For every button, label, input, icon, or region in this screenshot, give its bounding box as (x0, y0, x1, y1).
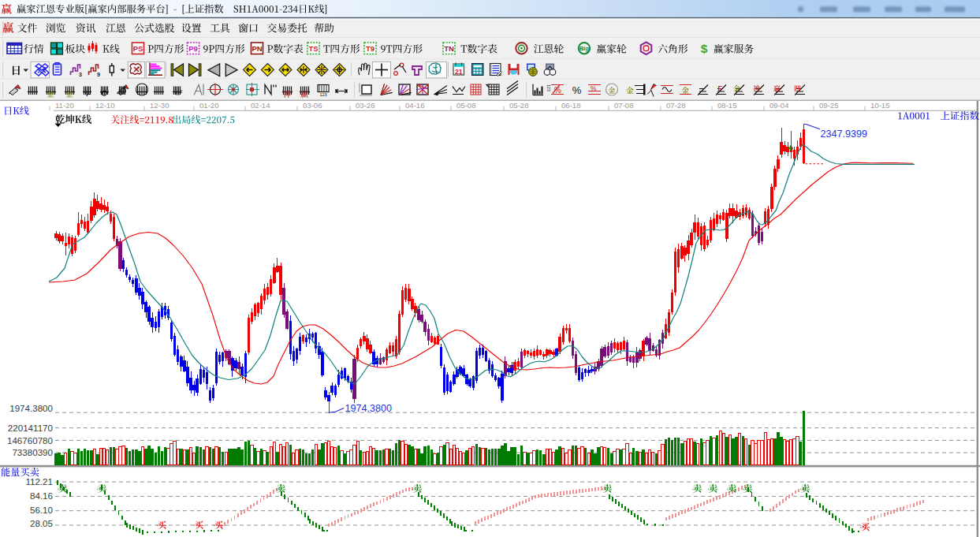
svg-text:2347.9399: 2347.9399 (821, 129, 868, 140)
svg-text:73380390: 73380390 (12, 447, 53, 457)
svg-text:12-10: 12-10 (95, 101, 115, 110)
svg-text:07-08: 07-08 (614, 101, 634, 110)
svg-text:F: F (718, 84, 723, 92)
svg-text:05-28: 05-28 (509, 101, 529, 110)
svg-text:146760780: 146760780 (7, 435, 53, 446)
svg-text:112.21: 112.21 (25, 476, 53, 487)
svg-text:1974.3800: 1974.3800 (9, 403, 53, 413)
svg-text:84.16: 84.16 (30, 490, 53, 501)
svg-text:Big: Big (579, 45, 590, 52)
svg-text:10-15: 10-15 (870, 101, 890, 110)
svg-text:T9: T9 (366, 44, 374, 53)
svg-text:9: 9 (97, 72, 100, 77)
svg-text:06-18: 06-18 (561, 101, 581, 110)
svg-text:56.10: 56.10 (30, 505, 53, 515)
svg-text:PS: PS (133, 44, 143, 53)
svg-text:03-06: 03-06 (303, 101, 322, 110)
svg-text:123: 123 (546, 84, 551, 91)
svg-text:04-16: 04-16 (405, 101, 425, 110)
svg-text:08-15: 08-15 (717, 101, 737, 110)
svg-text:P9: P9 (188, 44, 198, 53)
svg-text:28.05: 28.05 (30, 518, 53, 528)
svg-text:11-20: 11-20 (55, 101, 74, 110)
svg-text:F: F (86, 90, 91, 98)
svg-text:220141170: 220141170 (8, 423, 53, 433)
svg-text:%: % (572, 84, 582, 96)
svg-text:02-14: 02-14 (251, 101, 270, 110)
svg-text:$: $ (701, 42, 708, 55)
svg-text:TN: TN (444, 44, 454, 53)
svg-text:3: 3 (79, 72, 82, 77)
svg-text:123: 123 (319, 92, 326, 97)
svg-text:21: 21 (455, 68, 463, 76)
svg-text:PN: PN (252, 44, 262, 53)
svg-text:09-25: 09-25 (819, 101, 839, 110)
svg-text:1974.3800: 1974.3800 (345, 403, 393, 414)
svg-text:TS: TS (308, 44, 318, 53)
svg-text:%: % (591, 84, 597, 92)
svg-text:03-26: 03-26 (356, 101, 375, 110)
svg-text:07-28: 07-28 (666, 101, 686, 110)
svg-text:01-20: 01-20 (199, 101, 219, 110)
svg-text:12-30: 12-30 (150, 101, 170, 110)
svg-text:09-04: 09-04 (769, 101, 789, 110)
svg-text:%: % (554, 86, 561, 95)
svg-text:05-08: 05-08 (456, 101, 476, 110)
